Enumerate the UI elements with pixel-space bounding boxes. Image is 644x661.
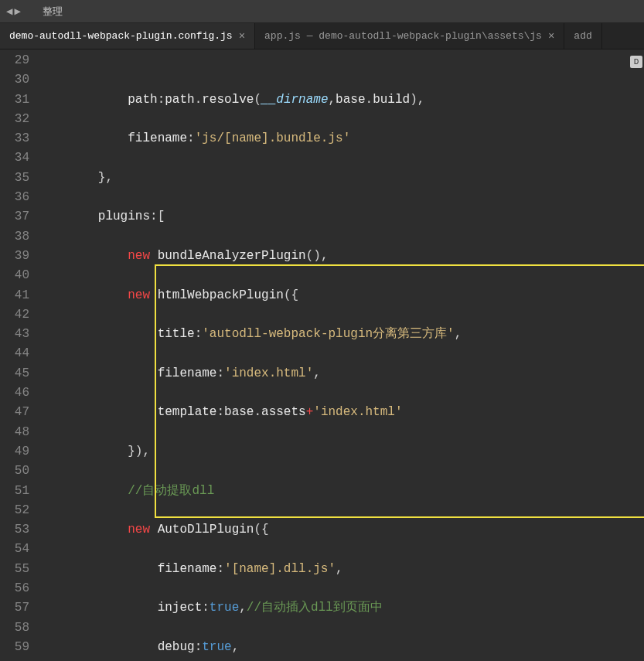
line-number: 34 [0, 148, 29, 168]
tab-label: demo-autodll-webpack-plugin.config.js [9, 30, 233, 42]
tab-config-js[interactable]: demo-autodll-webpack-plugin.config.js × [0, 23, 255, 49]
titlebar: ◀ ▶ 整理 [0, 0, 644, 23]
line-number: 33 [0, 129, 29, 148]
line-number: 54 [0, 540, 29, 559]
line-number: 32 [0, 110, 29, 129]
line-number: 41 [0, 286, 29, 305]
line-gutter: 2930313233343536373839404142434445464748… [0, 49, 39, 661]
line-number: 45 [0, 364, 29, 383]
nav-forward-icon[interactable]: ▶ [14, 5, 20, 18]
line-number: 57 [0, 598, 29, 618]
line-number: 46 [0, 383, 29, 403]
line-number: 36 [0, 188, 29, 207]
line-number: 44 [0, 344, 29, 363]
nav-back-icon[interactable]: ◀ [6, 5, 12, 18]
line-number: 51 [0, 482, 29, 501]
line-number: 30 [0, 70, 29, 90]
line-number: 31 [0, 90, 29, 110]
close-icon[interactable]: × [548, 30, 554, 43]
line-number: 35 [0, 169, 29, 188]
line-number: 60 [0, 657, 29, 661]
line-number: 47 [0, 403, 29, 422]
tab-add[interactable]: add [564, 23, 601, 49]
line-number: 39 [0, 247, 29, 266]
line-number: 50 [0, 462, 29, 481]
line-number: 55 [0, 560, 29, 579]
nav-arrows: ◀ ▶ [0, 5, 27, 18]
tab-app-js[interactable]: app.js — demo-autodll-webpack-plugin\ass… [255, 23, 564, 49]
titlebar-text: 整理 [43, 5, 63, 19]
line-number: 49 [0, 442, 29, 462]
line-number: 40 [0, 266, 29, 285]
tab-label: app.js — demo-autodll-webpack-plugin\ass… [264, 30, 542, 42]
code-area[interactable]: path:path.resolve(__dirname,base.build),… [39, 49, 644, 661]
line-number: 53 [0, 520, 29, 540]
close-icon[interactable]: × [239, 30, 245, 43]
line-number: 43 [0, 325, 29, 344]
line-number: 59 [0, 638, 29, 657]
line-number: 56 [0, 579, 29, 598]
tab-label: add [574, 30, 591, 42]
tabbar: demo-autodll-webpack-plugin.config.js × … [0, 23, 644, 49]
line-number: 37 [0, 207, 29, 227]
line-number: 38 [0, 227, 29, 247]
line-number: 42 [0, 305, 29, 325]
editor: D 29303132333435363738394041424344454647… [0, 49, 644, 661]
line-number: 29 [0, 51, 29, 70]
line-number: 58 [0, 618, 29, 638]
line-number: 48 [0, 423, 29, 442]
line-number: 52 [0, 501, 29, 520]
